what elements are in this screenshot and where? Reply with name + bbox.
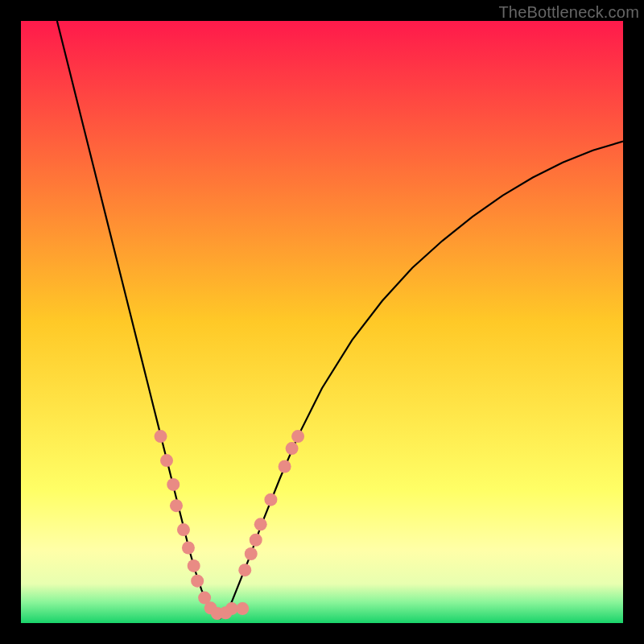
- scatter-point: [291, 430, 304, 443]
- scatter-point: [245, 547, 258, 560]
- scatter-point: [188, 559, 200, 572]
- chart-background: [21, 21, 623, 623]
- scatter-point: [286, 442, 299, 455]
- scatter-point: [155, 430, 167, 443]
- scatter-point: [236, 602, 249, 615]
- scatter-point: [160, 454, 173, 467]
- scatter-point: [238, 564, 251, 576]
- chart-frame: [21, 21, 623, 623]
- scatter-point: [177, 523, 190, 536]
- scatter-point: [279, 460, 291, 473]
- scatter-point: [254, 518, 267, 530]
- bottleneck-chart: [21, 21, 623, 623]
- scatter-point: [167, 478, 180, 491]
- scatter-point: [250, 534, 262, 547]
- scatter-point: [191, 575, 204, 588]
- scatter-point: [264, 493, 277, 506]
- scatter-point: [182, 542, 195, 555]
- scatter-point: [170, 499, 183, 512]
- watermark-text: TheBottleneck.com: [498, 3, 639, 22]
